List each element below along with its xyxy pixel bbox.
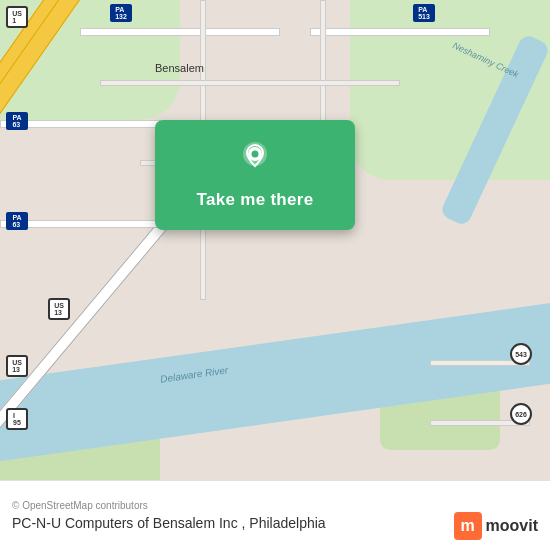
footer: © OpenStreetMap contributors PC-N-U Comp…: [0, 480, 550, 550]
popup-card: Take me there: [155, 120, 355, 230]
cr543-shield: 543: [510, 343, 532, 365]
pa132-road: [80, 28, 280, 36]
us1-shield: US1: [6, 6, 28, 28]
pa63-shield-1: PA63: [6, 112, 28, 130]
map-container: US1 PA132 PA513 PA63 PA63 US13 US13 I95 …: [0, 0, 550, 480]
svg-point-2: [252, 151, 259, 158]
pa132-shield: PA132: [110, 4, 132, 22]
i95-shield: I95: [6, 408, 28, 430]
cr626-shield: 626: [510, 403, 532, 425]
take-me-there-button[interactable]: Take me there: [189, 186, 322, 214]
us13-shield-1: US13: [48, 298, 70, 320]
bensalem-label: Bensalem: [155, 62, 204, 74]
pa513-road: [310, 28, 490, 36]
local-road: [100, 80, 400, 86]
pa63-shield-2: PA63: [6, 212, 28, 230]
us13-shield-2: US13: [6, 355, 28, 377]
copyright-text: © OpenStreetMap contributors: [12, 500, 538, 511]
pa513-shield: PA513: [413, 4, 435, 22]
location-pin-icon: [237, 140, 273, 176]
moovit-logo: m moovit: [454, 512, 538, 540]
city-name: Philadelphia: [249, 515, 325, 531]
moovit-icon: m: [454, 512, 482, 540]
moovit-brand-name: moovit: [486, 517, 538, 535]
moovit-letter: m: [460, 517, 474, 535]
business-name: PC-N-U Computers of Bensalem Inc: [12, 515, 238, 531]
